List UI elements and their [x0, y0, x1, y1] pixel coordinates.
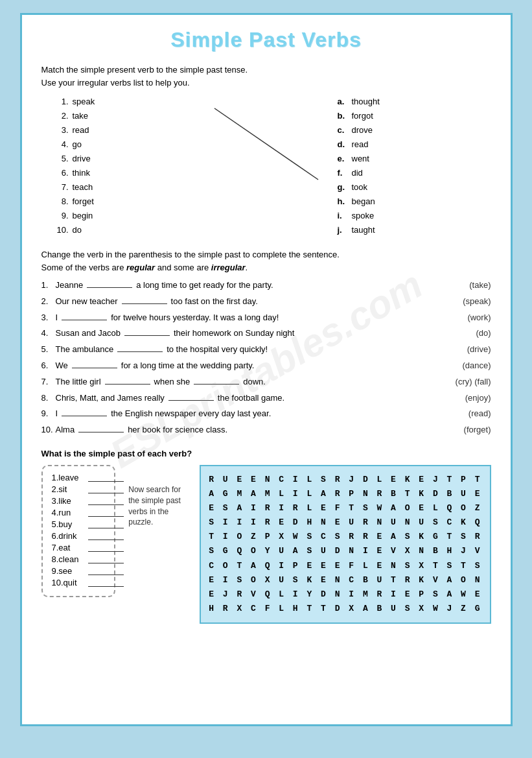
fill-blank[interactable]: [72, 359, 117, 368]
fill-before: Chris, Matt, and James really: [56, 392, 165, 405]
section2-instr-part1: Some of the verbs are: [41, 263, 127, 272]
verb-list-item: 9.see: [52, 566, 106, 576]
fill-num: 9.: [41, 407, 56, 421]
match-line-svg: [208, 94, 338, 237]
fill-after: for twelve hours yesterday. It was a lon…: [111, 311, 279, 325]
fill-after: too fast on the first day.: [171, 295, 258, 309]
match-answer-word: did: [352, 168, 397, 178]
puzzle-row: E J R V Q L I Y D N I M R I E P S A W E: [209, 587, 481, 602]
puzzle-row: E S A I R I R L E F T S W A O E L Q O Z: [209, 501, 481, 515]
fill-text: Wefor a long time at the wedding party.: [56, 359, 452, 373]
section2-instructions: Change the verb in the parenthesis to th…: [41, 248, 491, 274]
match-right-item: j.taught: [338, 222, 491, 237]
fill-num: 4.: [41, 327, 56, 340]
fill-text: The ambulanceto the hospital very quickl…: [56, 343, 452, 357]
fill-blank[interactable]: [168, 392, 214, 401]
verb-answer-blank[interactable]: [88, 543, 124, 552]
section1: Match the simple present verb to the sim…: [41, 64, 491, 237]
match-left-item: 2.take: [54, 108, 208, 123]
fill-after: when she: [154, 375, 191, 389]
verb-answer-blank[interactable]: [88, 520, 124, 528]
fill-blank[interactable]: [78, 423, 124, 432]
fill-hint: (read): [452, 407, 491, 421]
section1-instructions: Match the simple present verb to the sim…: [41, 64, 491, 89]
fill-text: Jeannea long time to get ready for the p…: [56, 279, 452, 292]
match-left-item: 8.forget: [54, 194, 208, 208]
section3: What is the simple past of each verb? 1.…: [41, 449, 491, 624]
fill-blank[interactable]: [87, 279, 132, 288]
match-word: go: [73, 139, 111, 149]
match-letter: h.: [338, 196, 352, 206]
fill-after: her book for science class.: [128, 423, 227, 437]
fill-hint: (dance): [452, 359, 491, 373]
section2-instr-italic2: irregular: [211, 263, 246, 272]
verb-answer-blank[interactable]: [88, 508, 124, 517]
fill-before: Jeanne: [56, 279, 84, 292]
verb-label: 7.eat: [52, 543, 84, 552]
fill-before: Susan and Jacob: [56, 327, 121, 340]
fill-before: Alma: [56, 423, 75, 437]
fill-blank[interactable]: [124, 327, 170, 336]
verb-answer-blank[interactable]: [88, 497, 124, 505]
match-left-item: 9.begin: [54, 208, 208, 222]
match-answer-word: taught: [352, 225, 397, 235]
section1-instr-line1: Match the simple present verb to the sim…: [41, 65, 248, 75]
match-right-item: h.began: [338, 194, 491, 208]
fill-hint: (drive): [452, 343, 491, 357]
verb-list-box: 1.leave2.sit3.like4.run5.buy6.drink7.eat…: [41, 465, 116, 597]
fill-before: The ambulance: [56, 343, 114, 357]
fill-blank[interactable]: [105, 375, 150, 385]
match-word: do: [73, 225, 111, 235]
page: ESLprintables.com Simple Past Verbs Matc…: [20, 13, 513, 726]
verb-label: 6.drink: [52, 531, 84, 541]
fill-item: 7.The little girlwhen shedown.(cry) (fal…: [41, 375, 491, 389]
fill-blank[interactable]: [117, 343, 163, 352]
match-answer-word: began: [352, 196, 397, 206]
match-word: think: [73, 168, 111, 178]
verb-answer-blank[interactable]: [88, 555, 124, 563]
verb-answer-blank[interactable]: [88, 578, 124, 587]
fill-item: 2.Our new teachertoo fast on the first d…: [41, 295, 491, 309]
verb-list-item: 6.drink: [52, 531, 106, 541]
fill-text: Ifor twelve hours yesterday. It was a lo…: [56, 311, 452, 325]
section2-instr-line1: Change the verb in the parenthesis to th…: [41, 250, 340, 259]
match-left-item: 10.do: [54, 222, 208, 237]
fill-hint: (do): [452, 327, 491, 340]
now-search-box: Now search for the simple past verbs in …: [128, 465, 187, 528]
fill-blank[interactable]: [62, 407, 107, 416]
fill-item: 4.Susan and Jacobtheir homework on Sunda…: [41, 327, 491, 340]
match-letter: e.: [338, 154, 352, 163]
puzzle-row: S G Q O Y U A S U D N I E V X N B H J V: [209, 544, 481, 558]
match-word: read: [73, 125, 111, 135]
verb-answer-blank[interactable]: [88, 567, 124, 575]
match-right-item: a.thought: [338, 94, 491, 108]
match-answer-word: thought: [352, 97, 397, 106]
match-left-item: 1.speak: [54, 94, 208, 108]
verb-answer-blank[interactable]: [88, 485, 124, 493]
match-word: begin: [73, 211, 111, 220]
puzzle-row: S I I I R E D H N E U R N U N U S C K Q: [209, 515, 481, 530]
puzzle-row: C O T A Q I P E E E F L E N S X T S T S: [209, 559, 481, 573]
verb-answer-blank[interactable]: [88, 473, 124, 482]
fill-before: The little girl: [56, 375, 101, 389]
match-letter: d.: [338, 139, 352, 149]
fill-blank[interactable]: [62, 311, 107, 320]
match-letter: c.: [338, 125, 352, 135]
fill-blank[interactable]: [122, 295, 167, 304]
verb-label: 2.sit: [52, 484, 84, 494]
fill-text: The little girlwhen shedown.: [56, 375, 452, 389]
puzzle-row: A G M A M L I L A R P N R B T K D B U E: [209, 487, 481, 501]
section1-instr-line2: Use your irregular verbs list to help yo…: [41, 78, 190, 88]
fill-num: 7.: [41, 375, 56, 389]
section2-instr-part3: .: [246, 263, 248, 272]
match-word: speak: [73, 97, 111, 106]
fill-after: a long time to get ready for the party.: [136, 279, 273, 292]
verb-list-item: 10.quit: [52, 578, 106, 587]
match-right-item: f.did: [338, 165, 491, 180]
fill-blank2[interactable]: [194, 375, 239, 385]
verb-answer-blank[interactable]: [88, 532, 124, 540]
puzzle-row: H R X C F L H T T D X A B U S X W J Z G: [209, 602, 481, 616]
verb-label: 10.quit: [52, 578, 84, 587]
match-word: teach: [73, 182, 111, 192]
match-letter: a.: [338, 97, 352, 106]
